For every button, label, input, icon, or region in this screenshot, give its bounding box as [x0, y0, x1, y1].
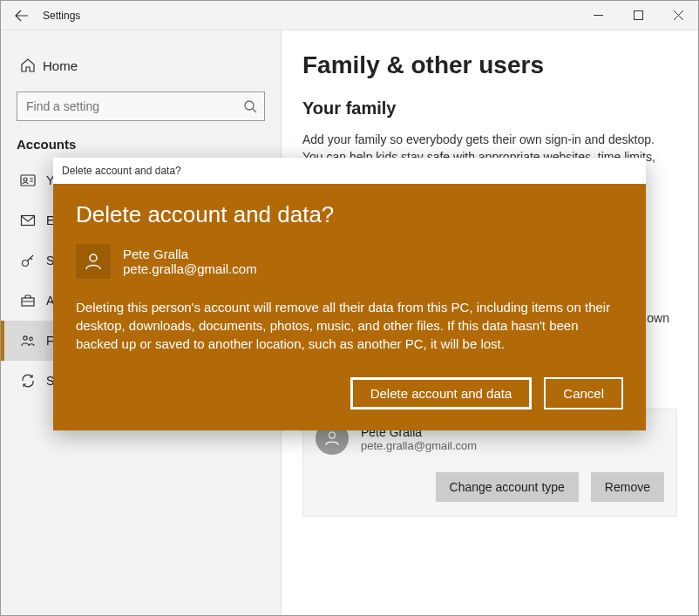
dialog-confirm-button[interactable]: Delete account and data — [350, 377, 533, 410]
account-email: pete.gralla@gmail.com — [361, 439, 477, 452]
svg-point-1 — [245, 101, 254, 110]
search-icon — [243, 99, 257, 113]
sidebar-home[interactable]: Home — [1, 46, 281, 85]
change-account-type-button[interactable]: Change account type — [436, 472, 579, 502]
window-title: Settings — [43, 10, 80, 22]
user-badge-icon — [20, 173, 46, 188]
close-button[interactable] — [658, 1, 698, 30]
back-button[interactable] — [1, 1, 43, 30]
section-your-family-title: Your family — [302, 98, 677, 118]
sidebar-group-title: Accounts — [1, 135, 281, 160]
settings-window: Settings Home — [0, 0, 699, 616]
maximize-button[interactable] — [618, 1, 658, 30]
svg-point-7 — [24, 336, 27, 340]
person-icon — [323, 430, 341, 447]
svg-point-8 — [30, 337, 33, 341]
remove-account-button[interactable]: Remove — [591, 472, 664, 502]
page-title: Family & other users — [302, 51, 677, 79]
titlebar: Settings — [1, 1, 698, 30]
dialog-user-name: Pete Gralla — [123, 247, 257, 261]
svg-point-10 — [90, 254, 97, 261]
sidebar-home-label: Home — [43, 58, 78, 73]
sync-icon — [20, 373, 46, 389]
search-box[interactable] — [17, 91, 265, 121]
svg-rect-2 — [21, 175, 35, 186]
search-input[interactable] — [26, 99, 243, 113]
dialog-avatar — [76, 244, 111, 279]
minimize-button[interactable] — [578, 1, 618, 30]
back-arrow-icon — [15, 9, 29, 23]
dialog-body-text: Deleting this person's account will remo… — [76, 298, 623, 353]
svg-point-9 — [329, 432, 336, 438]
maximize-icon — [634, 10, 643, 20]
home-icon — [20, 58, 43, 73]
dialog-cancel-button[interactable]: Cancel — [544, 377, 623, 410]
mail-icon — [20, 213, 46, 228]
dialog-title: Delete account and data? — [76, 201, 623, 228]
person-icon — [84, 252, 103, 271]
minimize-icon — [594, 10, 603, 20]
svg-point-5 — [23, 261, 29, 267]
briefcase-icon — [20, 293, 46, 308]
dialog-titlebar: Delete account and data? — [53, 158, 646, 184]
dialog-user-email: pete.gralla@gmail.com — [123, 261, 257, 276]
delete-account-dialog: Delete account and data? Delete account … — [53, 158, 646, 430]
family-icon — [20, 333, 46, 349]
dialog-user-identity: Pete Gralla pete.gralla@gmail.com — [76, 244, 623, 279]
close-icon — [674, 10, 683, 20]
svg-point-3 — [24, 178, 27, 181]
svg-rect-0 — [634, 11, 642, 20]
key-icon — [20, 253, 46, 268]
